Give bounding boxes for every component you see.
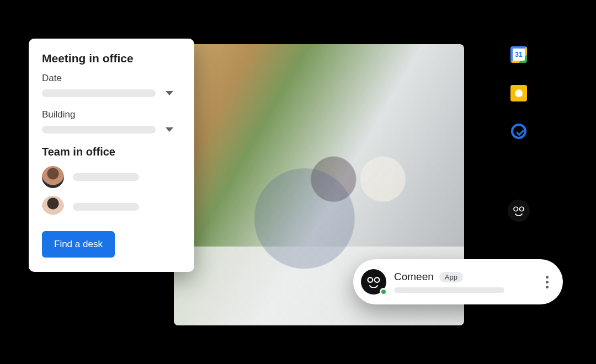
building-label: Building <box>42 109 181 120</box>
keep-icon[interactable] <box>510 85 527 101</box>
building-dropdown[interactable] <box>42 126 181 133</box>
meeting-form-card: Meeting in office Date Building Team in … <box>29 39 194 272</box>
svg-point-1 <box>520 207 524 211</box>
team-title: Team in office <box>42 146 181 158</box>
svg-point-0 <box>514 207 518 211</box>
avatar <box>42 166 64 188</box>
chevron-down-icon <box>166 127 173 132</box>
date-value-placeholder <box>42 89 156 97</box>
contacts-icon[interactable] <box>510 161 527 178</box>
svg-point-2 <box>368 277 373 282</box>
member-name-placeholder <box>73 203 139 211</box>
comeen-brand-icon <box>361 269 386 295</box>
date-label: Date <box>42 73 181 84</box>
comeen-icon[interactable] <box>508 200 530 222</box>
presence-dot <box>380 288 387 296</box>
app-chip[interactable]: Comeen App <box>353 259 563 304</box>
team-member-row <box>42 196 181 218</box>
more-options-icon[interactable] <box>542 272 552 292</box>
app-subtitle-placeholder <box>394 287 504 293</box>
building-value-placeholder <box>42 126 156 133</box>
chevron-down-icon <box>166 91 173 95</box>
side-panel-apps: 31 <box>508 46 530 222</box>
team-member-row <box>42 166 181 188</box>
calendar-icon[interactable]: 31 <box>510 46 527 63</box>
app-badge: App <box>439 272 463 282</box>
avatar <box>42 196 64 218</box>
svg-point-3 <box>375 277 380 282</box>
app-name: Comeen <box>394 271 434 283</box>
member-name-placeholder <box>73 173 139 181</box>
tasks-icon[interactable] <box>511 124 526 139</box>
date-dropdown[interactable] <box>42 89 181 97</box>
calendar-day: 31 <box>513 49 525 61</box>
app-chip-body: Comeen App <box>394 271 535 293</box>
card-title: Meeting in office <box>42 52 181 65</box>
find-desk-button[interactable]: Find a desk <box>42 231 115 258</box>
